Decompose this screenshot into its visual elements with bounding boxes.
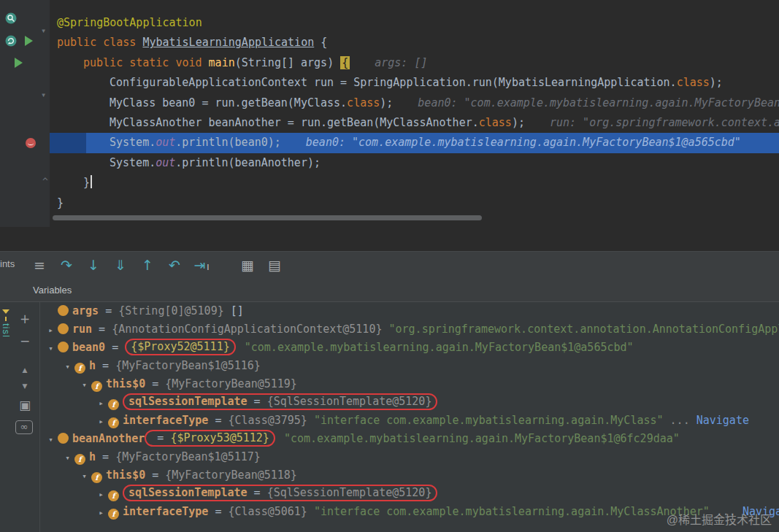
debug-tool-window: ≡↷↓⇓↑↶⇥I▦▤ Variables ints tisl +−▲▼▣∞ ar…	[0, 227, 779, 532]
code-text: }	[50, 196, 64, 209]
code-text: System.out.println(bean0);bean0: "com.ex…	[50, 136, 741, 149]
expand-chevron-icon[interactable]: ▸	[95, 504, 107, 522]
code-token: }	[57, 196, 64, 209]
variable-row[interactable]: ▾beanAnother = {$Proxy53@5112} "com.exam…	[40, 430, 779, 448]
expand-chevron-icon[interactable]: ▾	[78, 467, 91, 485]
code-text: System.out.println(beanAnother);	[50, 156, 321, 169]
code-token: MyClass bean0 = run.getBean(MyClass.	[110, 96, 347, 109]
equals-sign: =	[96, 359, 115, 372]
variable-row[interactable]: ▾fthis$0 = {MyFactoryBean@5119}	[40, 375, 779, 393]
spring-endpoints-icon[interactable]	[5, 12, 17, 27]
variable-row[interactable]: ▸fsqlSessionTemplate = {SqlSessionTempla…	[40, 485, 779, 503]
variable-icon	[58, 433, 69, 444]
variable-name: run	[72, 323, 92, 336]
fold-arrow-icon[interactable]: ▾	[41, 26, 46, 35]
navigate-link[interactable]: Navigate	[697, 414, 749, 427]
variable-row[interactable]: ▾fh = {MyFactoryBean$1@5116}	[40, 357, 779, 375]
scroll-up-button[interactable]: ▲	[17, 365, 33, 375]
variable-row[interactable]: args = {String[0]@5109} []	[40, 302, 779, 320]
horizontal-scrollbar[interactable]	[53, 215, 482, 220]
step-out-icon[interactable]: ↑	[139, 257, 156, 273]
duplicate-icon[interactable]: ▣	[17, 397, 33, 413]
remove-watch-button[interactable]: −	[17, 333, 33, 349]
evaluate-expression-icon[interactable]: ▦	[239, 257, 256, 273]
expand-chevron-icon[interactable]: ▾	[45, 431, 57, 449]
code-token: );	[512, 116, 525, 129]
expand-chevron-icon[interactable]: ▾	[61, 358, 74, 376]
expand-chevron-icon[interactable]: ▸	[95, 394, 107, 412]
equals-sign: =	[145, 469, 165, 482]
code-line[interactable]: MyClass bean0 = run.getBean(MyClass.clas…	[50, 93, 779, 113]
intellij-debug-window: ▾ ▾ ^ @SpringBootApplicationpublic class…	[0, 0, 779, 532]
code-token: (String[] args)	[235, 56, 341, 69]
code-area[interactable]: @SpringBootApplicationpublic class Mybat…	[50, 13, 779, 213]
variables-panel-header: Variables	[0, 278, 779, 302]
equals-sign: =	[208, 414, 228, 427]
drop-frame-icon[interactable]: ↶	[166, 257, 183, 273]
variable-row[interactable]: ▾fthis$0 = {MyFactoryBean@5118}	[40, 466, 779, 485]
watch-return-values-toggle[interactable]: ∞	[15, 420, 33, 434]
run-icon[interactable]	[15, 58, 23, 68]
object-reference: {String[0]@5109}	[118, 304, 224, 317]
variables-tree: args = {String[0]@5109} []▸run = {Annota…	[40, 302, 779, 532]
fold-arrow-icon[interactable]: ▾	[41, 90, 46, 99]
code-token: public class	[57, 36, 142, 49]
inline-debugger-hint: bean0: "com.example.mybatislearning.agai…	[418, 96, 779, 109]
code-line[interactable]: MyClassAnother beanAnother = run.getBean…	[50, 113, 779, 133]
expand-chevron-icon[interactable]: ▸	[45, 321, 57, 339]
code-token: class	[347, 96, 380, 109]
code-token: @SpringBootApplication	[57, 16, 202, 29]
scroll-down-button[interactable]: ▼	[17, 381, 33, 391]
code-line[interactable]: ConfigurableApplicationContext run = Spr…	[50, 73, 779, 93]
equals-sign: =	[247, 395, 267, 408]
field-icon: f	[91, 472, 102, 483]
run-to-cursor-icon[interactable]: ⇥I	[193, 257, 210, 273]
tab-label-fragment[interactable]: ints	[0, 258, 15, 269]
equals-sign: =	[105, 341, 125, 354]
code-line[interactable]: System.out.println(beanAnother);	[50, 153, 779, 173]
rerun-application-icon[interactable]	[5, 35, 17, 50]
variable-row[interactable]: ▸run = {AnnotationConfigApplicationConte…	[40, 320, 779, 339]
code-editor[interactable]: ▾ ▾ ^ @SpringBootApplicationpublic class…	[0, 0, 779, 227]
variable-icon	[58, 342, 69, 352]
code-line[interactable]: }	[50, 173, 779, 193]
object-reference: {$Proxy53@5112}	[170, 431, 269, 444]
object-reference: {Class@3795}	[229, 414, 307, 427]
red-annotation-oval: sqlSessionTemplate = {SqlSessionTemplate…	[123, 393, 437, 410]
expand-chevron-icon[interactable]: ▸	[95, 412, 107, 431]
value-string: "com.example.mybatislearning.again.MyFac…	[277, 432, 680, 445]
expand-chevron-icon[interactable]: ▸	[95, 485, 107, 504]
equals-sign: =	[150, 431, 170, 444]
run-icon[interactable]	[25, 36, 33, 46]
force-step-into-icon[interactable]: ⇓	[112, 257, 129, 273]
variable-row[interactable]: ▾fh = {MyFactoryBean$1@5117}	[40, 448, 779, 466]
expand-chevron-icon[interactable]: ▾	[78, 376, 91, 394]
step-into-icon[interactable]: ↓	[85, 257, 102, 273]
value-literal: []	[224, 304, 244, 317]
code-line[interactable]: System.out.println(bean0);bean0: "com.ex…	[50, 133, 779, 153]
field-icon: f	[108, 490, 119, 501]
inline-debugger-hint: args: []	[375, 56, 427, 69]
code-line[interactable]: public static void main(String[] args) {…	[50, 53, 779, 73]
code-text: public class MybatisLearningApplication …	[50, 36, 327, 49]
fold-close-icon[interactable]: ^	[42, 177, 48, 186]
equals-sign: =	[96, 450, 115, 463]
expand-chevron-icon[interactable]: ▾	[61, 449, 74, 467]
view-options-icon[interactable]: ≡	[31, 257, 48, 273]
code-line[interactable]: public class MybatisLearningApplication …	[50, 33, 779, 53]
add-watch-button[interactable]: +	[17, 311, 33, 327]
layout-settings-icon[interactable]: ▤	[266, 257, 283, 273]
variable-row[interactable]: ▸finterfaceType = {Class@3795} "interfac…	[40, 412, 779, 430]
variable-row[interactable]: ▸fsqlSessionTemplate = {SqlSessionTempla…	[40, 393, 779, 412]
step-over-icon[interactable]: ↷	[58, 257, 75, 273]
code-token: out	[156, 156, 175, 169]
expand-chevron-icon[interactable]: ▾	[45, 339, 57, 358]
variable-name: this$0	[106, 377, 145, 390]
execution-breakpoint-icon[interactable]	[26, 138, 36, 148]
code-line[interactable]: }	[50, 193, 779, 213]
field-icon: f	[108, 399, 119, 410]
object-reference: {SqlSessionTemplate@5120}	[267, 486, 432, 499]
text-cursor	[91, 175, 92, 188]
code-line[interactable]: @SpringBootApplication	[50, 13, 779, 33]
variable-row[interactable]: ▾bean0 = {$Proxy52@5111} "com.example.my…	[40, 339, 779, 357]
